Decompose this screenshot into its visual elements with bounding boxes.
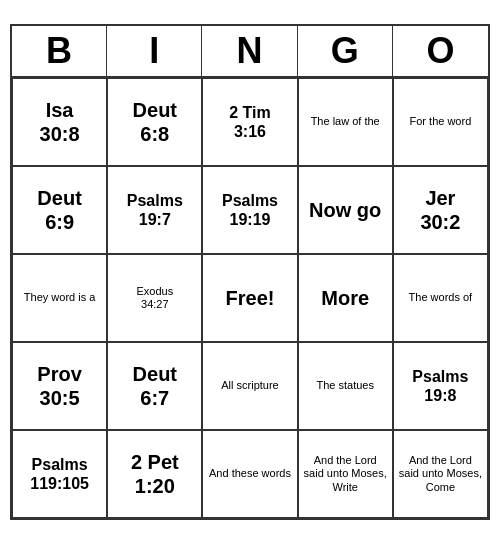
header-g: G <box>298 26 393 76</box>
bingo-cell-14[interactable]: The words of <box>393 254 488 342</box>
bingo-cell-7[interactable]: Psalms 19:19 <box>202 166 297 254</box>
bingo-cell-19[interactable]: Psalms 19:8 <box>393 342 488 430</box>
bingo-cell-23[interactable]: And the Lord said unto Moses, Write <box>298 430 393 518</box>
bingo-cell-11[interactable]: Exodus 34:27 <box>107 254 202 342</box>
bingo-cell-10[interactable]: They word is a <box>12 254 107 342</box>
bingo-cell-21[interactable]: 2 Pet 1:20 <box>107 430 202 518</box>
bingo-cell-16[interactable]: Deut 6:7 <box>107 342 202 430</box>
bingo-cell-13[interactable]: More <box>298 254 393 342</box>
bingo-cell-18[interactable]: The statues <box>298 342 393 430</box>
bingo-cell-3[interactable]: The law of the <box>298 78 393 166</box>
bingo-cell-12[interactable]: Free! <box>202 254 297 342</box>
bingo-cell-0[interactable]: Isa 30:8 <box>12 78 107 166</box>
header-i: I <box>107 26 202 76</box>
header-o: O <box>393 26 488 76</box>
header-b: B <box>12 26 107 76</box>
bingo-cell-20[interactable]: Psalms 119:105 <box>12 430 107 518</box>
bingo-cell-1[interactable]: Deut 6:8 <box>107 78 202 166</box>
bingo-cell-17[interactable]: All scripture <box>202 342 297 430</box>
bingo-cell-4[interactable]: For the word <box>393 78 488 166</box>
bingo-cell-8[interactable]: Now go <box>298 166 393 254</box>
header-n: N <box>202 26 297 76</box>
bingo-cell-5[interactable]: Deut 6:9 <box>12 166 107 254</box>
bingo-grid: Isa 30:8Deut 6:82 Tim 3:16The law of the… <box>12 78 488 518</box>
bingo-cell-15[interactable]: Prov 30:5 <box>12 342 107 430</box>
bingo-card: B I N G O Isa 30:8Deut 6:82 Tim 3:16The … <box>10 24 490 520</box>
bingo-cell-2[interactable]: 2 Tim 3:16 <box>202 78 297 166</box>
bingo-cell-6[interactable]: Psalms 19:7 <box>107 166 202 254</box>
bingo-cell-22[interactable]: And these words <box>202 430 297 518</box>
bingo-cell-9[interactable]: Jer 30:2 <box>393 166 488 254</box>
bingo-cell-24[interactable]: And the Lord said unto Moses, Come <box>393 430 488 518</box>
bingo-header: B I N G O <box>12 26 488 78</box>
